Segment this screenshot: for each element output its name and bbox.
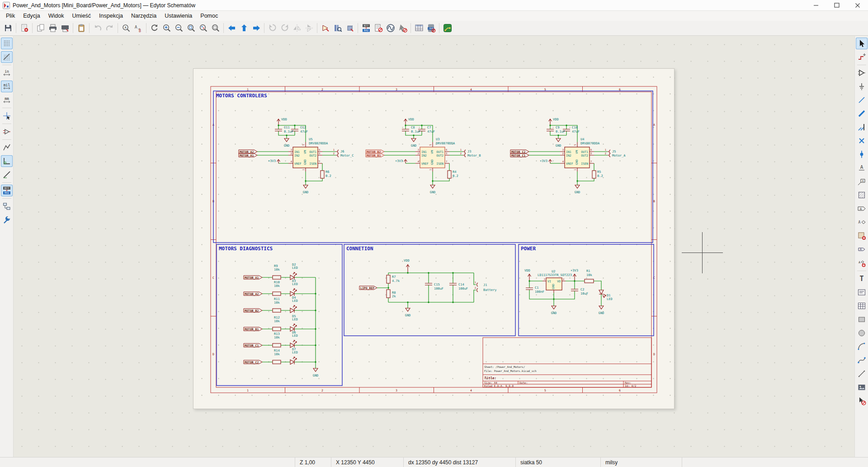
- global-label-tool[interactable]: A: [856, 203, 868, 214]
- rule-area-tool[interactable]: [856, 189, 868, 201]
- diag-row-1[interactable]: MOTOR_A1 R910kD2LED: [244, 263, 316, 280]
- zoom-fit-page-button[interactable]: [185, 22, 197, 34]
- no-connect-tool[interactable]: [856, 135, 868, 147]
- hier-label-motor-a2[interactable]: MOTOR_A2: [239, 150, 257, 154]
- zoom-out-button[interactable]: [173, 22, 185, 34]
- hier-label-motor-c2[interactable]: MOTOR_C2: [510, 150, 529, 154]
- sheet-next-button[interactable]: [250, 22, 262, 34]
- connection-circuit[interactable]: LIPO_REF VDD R74.7k R82k C15100uF C14100…: [359, 259, 497, 317]
- draw-wire-tool[interactable]: [856, 94, 868, 106]
- wire-free-angle-toggle[interactable]: [1, 142, 13, 153]
- hier-label-motor-b1[interactable]: MOTOR_B1: [366, 153, 384, 157]
- hier-label-motor-b2[interactable]: MOTOR_B2: [366, 150, 384, 154]
- menu-umiesc[interactable]: Umieść: [68, 12, 95, 20]
- show-grid-toggle[interactable]: [1, 38, 13, 49]
- hierarchical-sheet-tool[interactable]: [856, 230, 868, 242]
- maximize-button[interactable]: [826, 0, 847, 10]
- symbol-editor-button[interactable]: [319, 22, 331, 34]
- zoom-fit-objects-button[interactable]: [197, 22, 209, 34]
- hier-label-motor-c1[interactable]: MOTOR_C1: [510, 153, 529, 157]
- show-hidden-pins-toggle[interactable]: [1, 126, 13, 138]
- sheet-pin-tool[interactable]: A: [856, 243, 868, 255]
- close-button[interactable]: [847, 0, 868, 10]
- paste-button[interactable]: [75, 22, 87, 34]
- netclass-directive-tool[interactable]: A: [856, 176, 868, 187]
- minimize-button[interactable]: [806, 0, 826, 10]
- footprint-editor-button[interactable]: [344, 22, 356, 34]
- redo-button[interactable]: [104, 22, 116, 34]
- rotate-cw-button[interactable]: [278, 22, 291, 34]
- line-tool[interactable]: [856, 368, 868, 380]
- print-button[interactable]: [47, 22, 59, 34]
- image-tool[interactable]: [856, 381, 868, 393]
- sheet-prev-button[interactable]: [226, 22, 238, 34]
- annotate-auto-toggle[interactable]: R??R42: [1, 185, 13, 196]
- bezier-tool[interactable]: [856, 354, 868, 366]
- rotate-ccw-button[interactable]: [266, 22, 278, 34]
- diagnostics-circuit[interactable]: GND MOTOR_A1 R910kD2LED MOTOR_A2 R1010kD…: [244, 263, 318, 378]
- wire-hv-toggle[interactable]: [1, 155, 13, 167]
- menu-edycja[interactable]: Edycja: [19, 12, 44, 20]
- hierarchical-label-tool[interactable]: A: [856, 216, 868, 228]
- menu-narzedzia[interactable]: Narzędzia: [127, 12, 160, 20]
- mirror-h-button[interactable]: [291, 22, 303, 34]
- select-tool[interactable]: [856, 38, 868, 49]
- library-browser-button[interactable]: [331, 22, 344, 34]
- page-settings-button[interactable]: [18, 22, 30, 34]
- menu-pomoc[interactable]: Pomoc: [196, 12, 222, 20]
- motor-controller-circuit-3[interactable]: MOTOR_C2 MOTOR_C1 VDD C90.1uF C1047uF GN…: [510, 118, 626, 194]
- new-sheet-button[interactable]: [34, 22, 47, 34]
- grid-overrides-toggle[interactable]: [1, 51, 13, 63]
- crosshair-cursor-toggle[interactable]: [1, 110, 13, 122]
- motor-controller-circuit-2[interactable]: MOTOR_B2 MOTOR_B1 VDD C80.1uF C747uF GND…: [366, 118, 481, 194]
- place-symbol-tool[interactable]: [856, 67, 868, 79]
- open-pcb-editor-button[interactable]: [441, 22, 453, 34]
- junction-tool[interactable]: [856, 148, 868, 160]
- diag-row-6[interactable]: MOTOR_C2 R1410kD7LED: [244, 348, 316, 365]
- find-button[interactable]: A: [120, 22, 132, 34]
- undo-button[interactable]: [91, 22, 104, 34]
- units-inches-toggle[interactable]: in: [1, 67, 13, 79]
- hier-label-motor-a1[interactable]: MOTOR_A1: [239, 153, 257, 157]
- net-label-tool[interactable]: A: [856, 162, 868, 174]
- units-mils-toggle[interactable]: mil: [1, 81, 13, 92]
- bus-entry-tool[interactable]: [856, 121, 868, 133]
- rectangle-tool[interactable]: [856, 314, 868, 325]
- highlight-net-tool[interactable]: [856, 51, 868, 63]
- diag-row-5[interactable]: MOTOR_C1 R1310kD6LED: [244, 331, 316, 348]
- find-replace-button[interactable]: AB: [132, 22, 144, 34]
- place-power-port-tool[interactable]: [856, 81, 868, 92]
- table-tool[interactable]: [856, 300, 868, 312]
- draw-bus-tool[interactable]: [856, 108, 868, 119]
- power-circuit[interactable]: VDD +3V3 U2LD1117S33TR_SOT223 C1100nF C2…: [524, 269, 613, 315]
- simulator-button[interactable]: [384, 22, 396, 34]
- mirror-v-button[interactable]: [303, 22, 315, 34]
- bom-button[interactable]: .bom: [425, 22, 437, 34]
- plot-button[interactable]: [59, 22, 71, 34]
- section-motors-diagnostics-box[interactable]: MOTORS DIAGNOSTICS: [217, 244, 342, 386]
- zoom-in-button[interactable]: [160, 22, 173, 34]
- textbox-tool[interactable]: [856, 286, 868, 298]
- units-mm-toggle[interactable]: mm: [1, 94, 13, 106]
- zoom-redraw-button[interactable]: [148, 22, 160, 34]
- circle-tool[interactable]: [856, 327, 868, 339]
- schematic-canvas[interactable]: 123456 123456 ABCD ABCD MOTORS CONTROLER…: [14, 36, 854, 457]
- fields-table-button[interactable]: [413, 22, 425, 34]
- import-sheet-pin-tool[interactable]: A: [856, 257, 868, 269]
- menu-widok[interactable]: Widok: [44, 12, 68, 20]
- save-button[interactable]: [2, 22, 14, 34]
- menu-plik[interactable]: Plik: [2, 12, 19, 20]
- assign-footprints-button[interactable]: [396, 22, 409, 34]
- diag-row-4[interactable]: MOTOR_B1 R1210kD5LED: [244, 315, 316, 332]
- hier-label-lipo-ref[interactable]: LIPO_REF: [359, 286, 377, 290]
- hierarchy-navigator-toggle[interactable]: [1, 200, 13, 212]
- diag-row-2[interactable]: MOTOR_A2 R1010kD3LED: [244, 279, 316, 296]
- annotate-button[interactable]: R??R42: [360, 22, 372, 34]
- zoom-selection-button[interactable]: [209, 22, 222, 34]
- menu-ustawienia[interactable]: Ustawienia: [160, 12, 196, 20]
- wire-45-toggle[interactable]: [1, 169, 13, 181]
- text-tool[interactable]: T: [856, 273, 868, 285]
- diag-row-3[interactable]: MOTOR_B2 R1110kD4LED: [244, 296, 316, 313]
- properties-panel-toggle[interactable]: [1, 214, 13, 226]
- delete-tool[interactable]: [856, 395, 868, 407]
